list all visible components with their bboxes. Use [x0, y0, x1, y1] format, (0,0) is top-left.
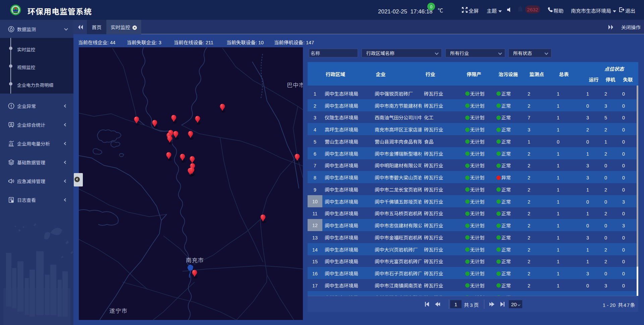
svg-text:南充市: 南充市 — [186, 256, 204, 264]
svg-text:遂宁市: 遂宁市 — [109, 306, 127, 315]
svg-text:巴中市: 巴中市 — [287, 80, 303, 89]
